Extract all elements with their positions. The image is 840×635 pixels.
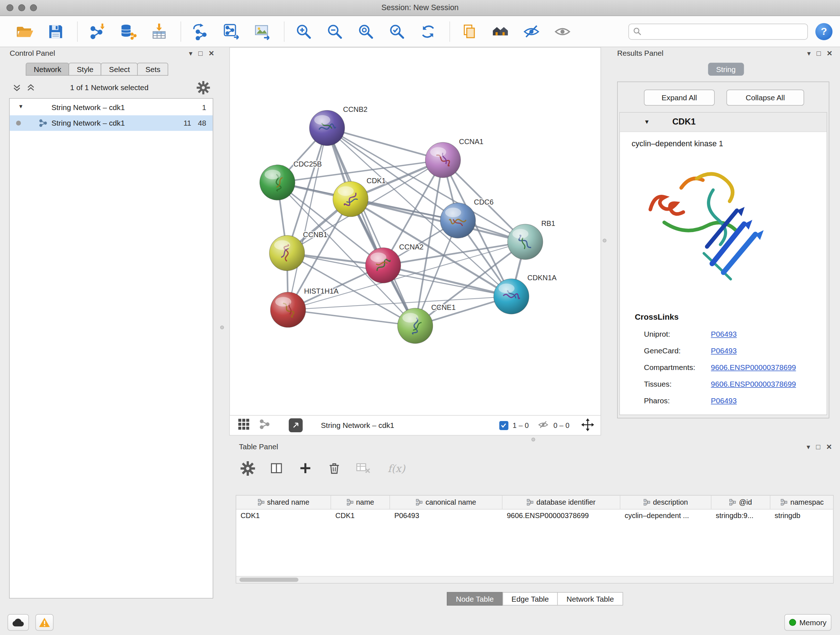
cell-name[interactable]: CDK1: [331, 509, 390, 523]
pharos-link[interactable]: P06493: [711, 396, 737, 405]
compartments-link[interactable]: 9606.ENSP00000378699: [711, 363, 796, 372]
image-icon: [254, 23, 271, 40]
search-input[interactable]: [644, 27, 803, 36]
column-header-database-identifier[interactable]: database identifier: [502, 496, 621, 509]
panel-close-icon[interactable]: ✕: [208, 50, 214, 57]
table-options-gear-button[interactable]: [240, 460, 256, 476]
apply-layout-button[interactable]: [416, 19, 440, 43]
tissues-link[interactable]: 9606.ENSP00000378699: [711, 380, 796, 388]
add-column-button[interactable]: [297, 460, 313, 476]
vertical-splitter-handle[interactable]: [220, 325, 224, 329]
results-tab-string[interactable]: String: [708, 63, 744, 76]
collection-expander-icon[interactable]: ▼: [18, 103, 24, 109]
scrollbar-thumb[interactable]: [240, 578, 298, 582]
pan-move-icon[interactable]: [581, 418, 594, 432]
node-label: RB1: [541, 219, 555, 227]
zoom-in-button[interactable]: [292, 19, 316, 43]
panel-close-icon[interactable]: ✕: [827, 50, 832, 57]
tab-network-table[interactable]: Network Table: [557, 592, 623, 605]
gene-header-bar[interactable]: ▼ CDK1: [620, 112, 827, 132]
tab-style[interactable]: Style: [69, 63, 102, 76]
cell-description[interactable]: cyclin–dependent ...: [621, 509, 712, 523]
network-graph[interactable]: CCNB2CCNA1CDC25BCDK1CDC6RB1CCNB1CCNA2CDK…: [230, 48, 600, 415]
column-header-namespace[interactable]: namespac: [770, 496, 834, 509]
panel-collapse-icon[interactable]: ▾: [807, 443, 810, 450]
collapse-all-button[interactable]: Collapse All: [726, 89, 804, 105]
birdseye-share-icon[interactable]: [259, 418, 271, 432]
toolbar-separator: [77, 21, 77, 42]
delete-column-button[interactable]: [326, 460, 342, 476]
table-horizontal-scrollbar[interactable]: [236, 576, 833, 583]
network-edge[interactable]: [288, 310, 415, 326]
vertical-splitter-handle[interactable]: [603, 239, 606, 242]
cell-shared-name[interactable]: CDK1: [236, 509, 331, 523]
column-header-name[interactable]: name: [331, 496, 390, 509]
panel-float-icon[interactable]: □: [816, 443, 821, 450]
network-collection-row[interactable]: ▼ String Network – cdk1 1: [10, 100, 213, 116]
expand-all-button[interactable]: Expand All: [644, 89, 714, 105]
table-row[interactable]: CDK1 CDK1 P06493 9606.ENSP00000378699 cy…: [236, 509, 833, 523]
network-node-CCNB1[interactable]: CCNB1: [270, 231, 328, 271]
memory-button[interactable]: Memory: [784, 614, 831, 631]
uniprot-link[interactable]: P06493: [711, 330, 737, 339]
zoom-fit-button[interactable]: [354, 19, 378, 43]
network-edge[interactable]: [288, 128, 327, 310]
new-network-button[interactable]: [188, 19, 212, 43]
network-view: CCNB2CCNA1CDC25BCDK1CDC6RB1CCNB1CCNA2CDK…: [229, 47, 601, 435]
crosslink-label: Pharos:: [644, 396, 669, 405]
open-session-button[interactable]: [13, 19, 36, 43]
cell-namespace[interactable]: stringdb: [770, 509, 834, 523]
clone-network-button[interactable]: [219, 19, 243, 43]
warnings-button[interactable]: [35, 614, 54, 631]
zoom-selected-button[interactable]: [385, 19, 409, 43]
cell-database-identifier[interactable]: 9606.ENSP00000378699: [502, 509, 621, 523]
gene-expander-icon[interactable]: ▼: [644, 119, 650, 125]
panel-float-icon[interactable]: □: [198, 50, 202, 57]
network-node-CCNB2[interactable]: CCNB2: [309, 105, 368, 146]
help-button[interactable]: ?: [815, 23, 832, 40]
hidden-eye-icon[interactable]: [537, 419, 549, 432]
selected-checkbox-icon[interactable]: [499, 421, 508, 430]
zoom-out-button[interactable]: [323, 19, 347, 43]
save-session-button[interactable]: [44, 19, 67, 43]
network-node-CCNA1[interactable]: CCNA1: [425, 138, 484, 178]
view-grid-icon[interactable]: [237, 418, 250, 432]
panel-float-icon[interactable]: □: [816, 50, 821, 57]
network-canvas[interactable]: CCNB2CCNA1CDC25BCDK1CDC6RB1CCNB1CCNA2CDK…: [230, 48, 600, 415]
panel-collapse-icon[interactable]: ▾: [807, 50, 811, 57]
network-node-RB1[interactable]: RB1: [508, 219, 555, 260]
horizontal-splitter-handle[interactable]: [531, 438, 535, 441]
tab-node-table[interactable]: Node Table: [447, 592, 503, 605]
import-network-from-file-button[interactable]: [85, 19, 109, 43]
tab-network[interactable]: Network: [26, 63, 69, 76]
import-table-from-file-button[interactable]: [147, 19, 171, 43]
import-network-from-database-button[interactable]: [116, 19, 140, 43]
function-builder-button[interactable]: f(x): [384, 460, 409, 476]
column-header-canonical-name[interactable]: canonical name: [390, 496, 502, 509]
column-header-shared-name[interactable]: shared name: [236, 496, 331, 509]
show-all-button[interactable]: [551, 19, 574, 43]
network-edge[interactable]: [327, 128, 415, 326]
column-header-description[interactable]: description: [621, 496, 712, 509]
show-columns-button[interactable]: [268, 460, 284, 476]
delete-table-button[interactable]: [355, 460, 371, 476]
hide-selected-button[interactable]: [519, 19, 543, 43]
open-manual-button[interactable]: [458, 19, 481, 43]
cloud-status-button[interactable]: [8, 614, 29, 631]
tab-sets[interactable]: Sets: [137, 63, 169, 76]
application-window: Session: New Session: [0, 0, 840, 635]
tab-select[interactable]: Select: [101, 63, 138, 76]
cell-canonical-name[interactable]: P06493: [390, 509, 502, 523]
cell-id[interactable]: stringdb:9...: [712, 509, 771, 523]
network-options-gear-icon[interactable]: [196, 81, 210, 97]
export-view-button[interactable]: [289, 418, 303, 432]
export-image-button[interactable]: [251, 19, 274, 43]
panel-collapse-icon[interactable]: ▾: [189, 50, 193, 57]
network-node-CDK1[interactable]: CDK1: [333, 177, 386, 217]
genecard-link[interactable]: P06493: [711, 347, 737, 355]
tab-edge-table[interactable]: Edge Table: [502, 592, 558, 605]
cybrowser-button[interactable]: [489, 19, 512, 43]
panel-close-icon[interactable]: ✕: [826, 443, 832, 450]
column-header-id[interactable]: @id: [712, 496, 771, 509]
network-row[interactable]: String Network – cdk1 11 48: [10, 116, 213, 131]
